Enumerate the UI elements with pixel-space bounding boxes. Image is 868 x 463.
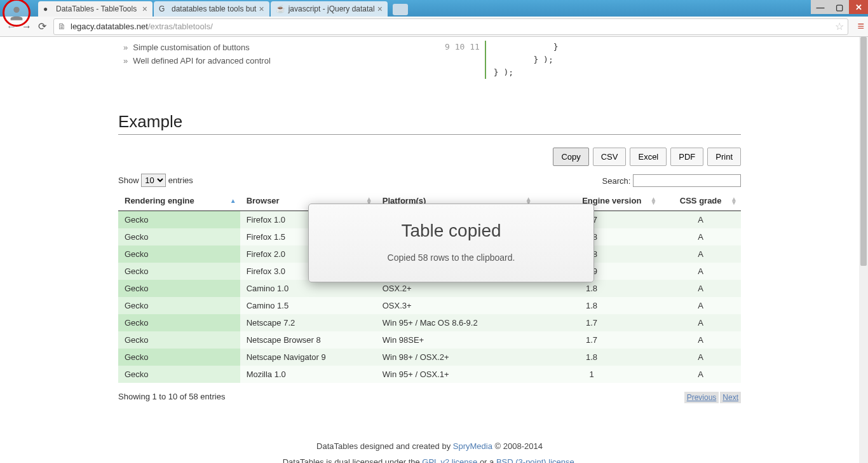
browser-tab[interactable]: Gdatatables table tools but× xyxy=(154,1,269,17)
table-cell: Mozilla 1.0 xyxy=(240,366,376,383)
table-cell: Gecko xyxy=(118,349,240,366)
table-cell: Netscape Browser 8 xyxy=(240,331,376,349)
table-cell: A xyxy=(660,331,741,349)
table-cell: OSX.3+ xyxy=(376,297,536,314)
favicon-icon: ☕ xyxy=(276,4,285,13)
favicon-icon: G xyxy=(159,4,168,13)
maximize-button[interactable]: ▢ xyxy=(830,0,849,14)
table-cell: Gecko xyxy=(118,211,240,229)
search-control: Search: xyxy=(602,174,741,187)
close-button[interactable]: ✕ xyxy=(849,0,868,14)
table-cell: 1.8 xyxy=(536,349,661,366)
column-header[interactable]: Rendering engine▲ xyxy=(118,191,240,211)
table-cell: 1.7 xyxy=(536,314,661,331)
copy-toast: Table copied Copied 58 rows to the clipb… xyxy=(308,204,594,282)
table-info-text: Showing 1 to 10 of 58 entries xyxy=(118,392,225,403)
search-label: Search: xyxy=(602,176,631,185)
table-cell: 1.8 xyxy=(536,280,661,297)
table-cell: A xyxy=(660,245,741,263)
table-cell: Win 95+ / OSX.1+ xyxy=(376,366,536,383)
browser-tabs: ●DataTables - TableTools×Gdatatables tab… xyxy=(0,0,389,17)
table-row: GeckoNetscape Navigator 9Win 98+ / OSX.2… xyxy=(118,349,741,366)
table-cell: Win 98+ / OSX.2+ xyxy=(376,349,536,366)
feature-item: Well defined API for advanced control xyxy=(123,54,741,67)
table-cell: 1 xyxy=(536,366,661,383)
url-path: /extras/tabletools/ xyxy=(148,22,213,31)
table-cell: A xyxy=(660,263,741,280)
bsd-license-link[interactable]: BSD (3-point) license xyxy=(496,457,574,463)
table-cell: Netscape Navigator 9 xyxy=(240,349,376,366)
table-row: GeckoNetscape Browser 8Win 98SE+1.7A xyxy=(118,331,741,349)
address-bar[interactable]: 🗎 legacy.datatables.net/extras/tabletool… xyxy=(53,18,848,35)
tabletools-toolbar: Copy CSV Excel PDF Print xyxy=(118,148,741,166)
favicon-icon: ● xyxy=(43,4,52,13)
table-cell: 1.8 xyxy=(536,297,661,314)
browser-tab[interactable]: ☕javascript - jQuery datatal× xyxy=(271,1,388,17)
table-cell: 1.7 xyxy=(536,331,661,349)
copy-button[interactable]: Copy xyxy=(553,148,588,166)
search-input[interactable] xyxy=(633,174,741,187)
table-cell: Win 98SE+ xyxy=(376,331,536,349)
toast-title: Table copied xyxy=(322,221,581,241)
table-cell: A xyxy=(660,280,741,297)
window-controls: — ▢ ✕ xyxy=(811,0,868,14)
sprymedia-link[interactable]: SpryMedia xyxy=(453,441,492,451)
scrollbar-thumb[interactable] xyxy=(860,37,867,266)
table-cell: A xyxy=(660,366,741,383)
scrollbar[interactable] xyxy=(859,37,868,463)
length-select[interactable]: 10 xyxy=(141,174,166,187)
length-suffix: entries xyxy=(168,176,193,185)
table-row: GeckoCamino 1.0OSX.2+1.8A xyxy=(118,280,741,297)
new-tab-button[interactable] xyxy=(393,4,408,15)
next-page-button[interactable]: Next xyxy=(720,392,741,403)
csv-button[interactable]: CSV xyxy=(593,148,627,166)
column-header[interactable]: CSS grade▲▼ xyxy=(660,191,741,211)
table-cell: Gecko xyxy=(118,366,240,383)
bookmark-star-icon[interactable]: ☆ xyxy=(835,20,844,32)
tab-close-icon[interactable]: × xyxy=(375,4,383,14)
table-row: GeckoNetscape 7.2Win 95+ / Mac OS 8.6-9.… xyxy=(118,314,741,331)
browser-toolbar: ← → ⟳ 🗎 legacy.datatables.net/extras/tab… xyxy=(0,17,868,37)
page-footer: DataTables designed and created by SpryM… xyxy=(118,439,741,463)
tab-close-icon[interactable]: × xyxy=(256,4,264,14)
tab-title: DataTables - TableTools xyxy=(56,4,137,13)
svg-point-0 xyxy=(13,7,19,13)
table-cell: A xyxy=(660,228,741,245)
sort-icon: ▲▼ xyxy=(731,197,737,205)
excel-button[interactable]: Excel xyxy=(630,148,667,166)
prev-page-button[interactable]: Previous xyxy=(684,392,719,403)
code-snippet: 9 10 11 } } ); } ); xyxy=(445,41,559,79)
sort-icon: ▲▼ xyxy=(650,197,656,205)
chrome-menu-icon[interactable]: ≡ xyxy=(857,20,864,33)
sort-asc-icon: ▲ xyxy=(230,199,236,203)
tab-close-icon[interactable]: × xyxy=(140,4,147,14)
feature-list: Simple customisation of buttonsWell defi… xyxy=(123,41,741,67)
table-cell: A xyxy=(660,297,741,314)
table-cell: Gecko xyxy=(118,245,240,263)
print-button[interactable]: Print xyxy=(707,148,741,166)
page-icon: 🗎 xyxy=(58,22,67,32)
length-control: Show 10 entries xyxy=(118,174,193,187)
length-prefix: Show xyxy=(118,176,139,185)
feature-item: Simple customisation of buttons xyxy=(123,41,741,54)
example-heading: Example xyxy=(118,112,741,135)
table-cell: Gecko xyxy=(118,314,240,331)
minimize-button[interactable]: — xyxy=(811,0,830,14)
toast-message: Copied 58 rows to the clipboard. xyxy=(322,252,581,263)
pdf-button[interactable]: PDF xyxy=(670,148,703,166)
reload-button[interactable]: ⟳ xyxy=(34,19,50,34)
table-cell: Win 95+ / Mac OS 8.6-9.2 xyxy=(376,314,536,331)
table-cell: Camino 1.0 xyxy=(240,280,376,297)
browser-tab[interactable]: ●DataTables - TableTools× xyxy=(38,1,153,17)
profile-avatar[interactable] xyxy=(3,0,31,27)
table-cell: Camino 1.5 xyxy=(240,297,376,314)
table-cell: OSX.2+ xyxy=(376,280,536,297)
table-row: GeckoCamino 1.5OSX.3+1.8A xyxy=(118,297,741,314)
table-cell: Netscape 7.2 xyxy=(240,314,376,331)
table-cell: Gecko xyxy=(118,263,240,280)
gpl-license-link[interactable]: GPL v2 license xyxy=(422,457,477,463)
pagination: Previous Next xyxy=(684,392,741,403)
table-cell: A xyxy=(660,211,741,229)
table-cell: Gecko xyxy=(118,280,240,297)
table-cell: A xyxy=(660,349,741,366)
